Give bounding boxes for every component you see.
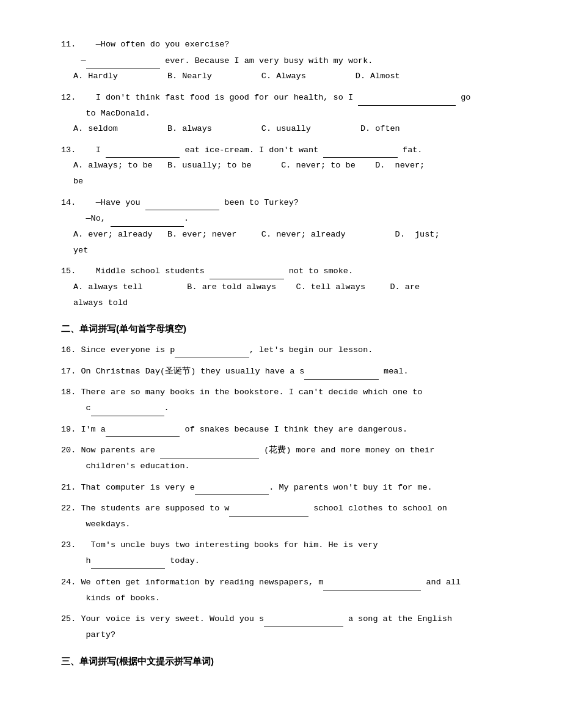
q16-text: 16. Since everyone is p , let's begin ou… bbox=[61, 342, 513, 358]
q22-blank bbox=[229, 500, 308, 517]
q13-options2: be bbox=[73, 174, 513, 189]
q23-text2: h today. bbox=[61, 553, 513, 569]
q12-options: A. seldom B. always C. usually D. often bbox=[73, 121, 513, 137]
q24-blank bbox=[323, 574, 421, 590]
q14-text2: —No, . bbox=[61, 210, 513, 227]
question-15: 15. Middle school students not to smoke.… bbox=[61, 263, 513, 311]
q20-text2: children's education. bbox=[61, 458, 513, 474]
q13-blank2 bbox=[323, 142, 398, 158]
question-13: 13. I eat ice-cream. I don't want fat. A… bbox=[61, 142, 513, 189]
q15-text1: 15. Middle school students not to smoke. bbox=[61, 263, 513, 279]
q25-text2: party? bbox=[61, 627, 513, 643]
q21-text: 21. That computer is very e . My parents… bbox=[61, 479, 513, 496]
question-14: 14. —Have you been to Turkey? —No, . A. … bbox=[61, 194, 513, 259]
q20-text1: 20. Now parents are (花费) more and more m… bbox=[61, 442, 513, 458]
q15-options1: A. always tell B. are told always C. tel… bbox=[73, 279, 513, 295]
q11-blank bbox=[86, 53, 161, 69]
q11-text1: 11. —How often do you exercise? bbox=[61, 37, 513, 53]
q19-blank bbox=[106, 421, 180, 438]
q22-text1: 22. The students are supposed to w schoo… bbox=[61, 500, 513, 517]
question-17: 17. On Christmas Day(圣诞节) they usually h… bbox=[61, 363, 513, 380]
q24-text2: kinds of books. bbox=[61, 590, 513, 606]
q24-text1: 24. We often get information by reading … bbox=[61, 574, 513, 590]
q14-options2: yet bbox=[73, 243, 513, 259]
q17-text: 17. On Christmas Day(圣诞节) they usually h… bbox=[61, 363, 513, 380]
question-18: 18. There are so many books in the books… bbox=[61, 384, 513, 416]
question-16: 16. Since everyone is p , let's begin ou… bbox=[61, 342, 513, 358]
question-22: 22. The students are supposed to w schoo… bbox=[61, 500, 513, 532]
q13-options1: A. always; to be B. usually; to be C. ne… bbox=[73, 158, 513, 174]
question-24: 24. We often get information by reading … bbox=[61, 574, 513, 606]
q14-text1: 14. —Have you been to Turkey? bbox=[61, 194, 513, 211]
question-21: 21. That computer is very e . My parents… bbox=[61, 479, 513, 496]
q23-blank bbox=[91, 553, 166, 569]
q16-blank bbox=[175, 342, 249, 358]
worksheet-content: 11. —How often do you exercise? — ever. … bbox=[61, 37, 513, 669]
q23-text1: 23. Tom's uncle buys two interesting boo… bbox=[61, 537, 513, 553]
q18-text2: c . bbox=[61, 400, 513, 416]
q12-text1: 12. I don't think fast food is good for … bbox=[61, 89, 513, 106]
q14-blank1 bbox=[145, 194, 220, 211]
q15-options2: always told bbox=[73, 295, 513, 311]
q13-text1: 13. I eat ice-cream. I don't want fat. bbox=[61, 142, 513, 158]
q15-blank bbox=[210, 263, 284, 279]
q22-text2: weekdays. bbox=[61, 517, 513, 532]
section2-title: 二、单词拼写(单句首字母填空) bbox=[61, 320, 513, 337]
q13-blank1 bbox=[106, 142, 180, 158]
q14-blank2 bbox=[111, 210, 184, 227]
q18-text1: 18. There are so many books in the books… bbox=[61, 384, 513, 400]
q18-blank bbox=[91, 400, 164, 416]
q25-blank bbox=[264, 611, 343, 627]
q17-blank bbox=[304, 363, 379, 380]
q14-options1: A. ever; already B. ever; never C. never… bbox=[73, 227, 513, 243]
question-20: 20. Now parents are (花费) more and more m… bbox=[61, 442, 513, 474]
q19-text: 19. I'm a of snakes because I think they… bbox=[61, 421, 513, 438]
q25-text1: 25. Your voice is very sweet. Would you … bbox=[61, 611, 513, 627]
q21-blank bbox=[195, 479, 269, 496]
question-25: 25. Your voice is very sweet. Would you … bbox=[61, 611, 513, 642]
question-19: 19. I'm a of snakes because I think they… bbox=[61, 421, 513, 438]
q12-text2: to MacDonald. bbox=[61, 106, 513, 122]
q12-blank bbox=[358, 89, 456, 106]
q11-options: A. Hardly B. Nearly C. Always D. Almost bbox=[73, 68, 513, 84]
q20-blank bbox=[160, 442, 259, 458]
q11-text2: — ever. Because I am very busy with my w… bbox=[61, 53, 513, 69]
question-11: 11. —How often do you exercise? — ever. … bbox=[61, 37, 513, 84]
question-23: 23. Tom's uncle buys two interesting boo… bbox=[61, 537, 513, 569]
question-12: 12. I don't think fast food is good for … bbox=[61, 89, 513, 137]
section3-title: 三、单词拼写(根据中文提示拼写单词) bbox=[61, 653, 513, 669]
